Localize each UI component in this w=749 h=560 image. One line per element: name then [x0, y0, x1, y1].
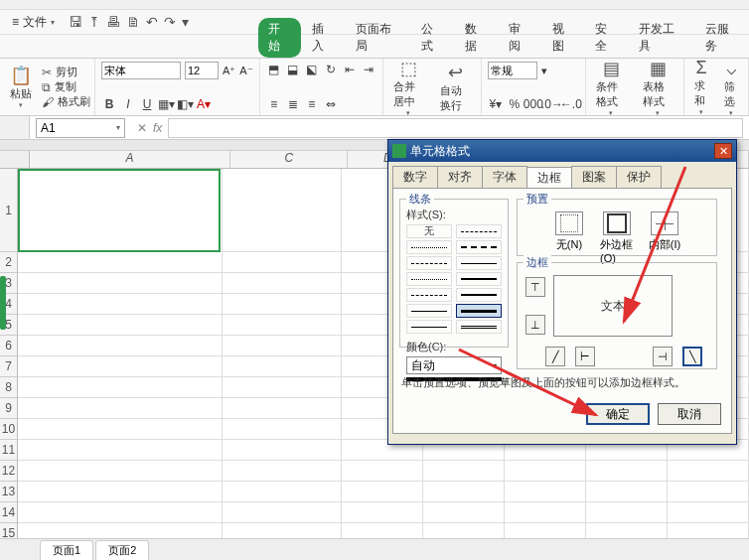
row-header-2[interactable]: 2: [0, 252, 17, 273]
cell[interactable]: [223, 461, 342, 482]
font-size-select[interactable]: [185, 62, 219, 79]
cell[interactable]: [342, 502, 423, 523]
cancel-button[interactable]: 取消: [658, 403, 721, 425]
tab-security[interactable]: 安全: [585, 18, 628, 58]
cell[interactable]: [223, 356, 342, 377]
ok-button[interactable]: 确定: [586, 403, 650, 425]
cut-button[interactable]: ✂剪切: [42, 65, 90, 79]
style-none[interactable]: 无: [406, 224, 452, 238]
preset-outline-button[interactable]: 外边框(O): [600, 211, 634, 264]
row-header-10[interactable]: 10: [0, 419, 17, 440]
fx-icon[interactable]: fx: [153, 121, 162, 135]
cell[interactable]: [223, 294, 342, 315]
style-opt[interactable]: [456, 240, 502, 254]
preset-inside-button[interactable]: 内部(I): [648, 211, 681, 264]
currency-button[interactable]: ¥▾: [488, 96, 504, 112]
border-button[interactable]: ▦▾: [158, 96, 174, 112]
row-header-12[interactable]: 12: [0, 461, 17, 482]
style-opt[interactable]: [406, 304, 452, 318]
dtab-number[interactable]: 数字: [392, 166, 438, 188]
cell[interactable]: [668, 502, 749, 523]
tab-data[interactable]: 数据: [455, 18, 498, 58]
cell[interactable]: [223, 169, 342, 252]
cell[interactable]: [18, 252, 223, 273]
tab-insert[interactable]: 插入: [302, 18, 345, 58]
border-left-button[interactable]: ⊢: [575, 347, 595, 366]
conditional-format-button[interactable]: ▤ 条件格式 ▾: [590, 56, 633, 119]
row-header-13[interactable]: 13: [0, 482, 17, 502]
preset-none-button[interactable]: 无(N): [552, 211, 586, 264]
cell[interactable]: [18, 273, 223, 294]
row-header-14[interactable]: 14: [0, 502, 17, 523]
cell[interactable]: [586, 461, 668, 482]
align-center-button[interactable]: ≣: [285, 96, 301, 112]
style-opt[interactable]: [406, 256, 452, 270]
row-header-6[interactable]: 6: [0, 336, 17, 356]
fill-color-button[interactable]: ◧▾: [177, 96, 193, 112]
cell[interactable]: [223, 419, 342, 440]
cell[interactable]: [18, 440, 223, 461]
preview-icon[interactable]: 🗎: [126, 14, 140, 30]
align-left-button[interactable]: ≡: [266, 96, 282, 112]
cell[interactable]: [668, 461, 749, 482]
border-bottom-button[interactable]: ⊥: [525, 315, 545, 335]
cell[interactable]: [505, 461, 586, 482]
style-opt[interactable]: [456, 288, 502, 302]
paste-button[interactable]: 📋 粘贴 ▾: [4, 63, 38, 111]
format-painter-button[interactable]: 🖌格式刷: [42, 94, 90, 109]
row-header-11[interactable]: 11: [0, 440, 17, 461]
cell[interactable]: [342, 461, 423, 482]
percent-button[interactable]: %: [507, 96, 523, 112]
merge-center-button[interactable]: ⬚ 合并居中 ▾: [387, 56, 430, 119]
cell[interactable]: [423, 482, 505, 502]
style-opt[interactable]: [406, 288, 452, 302]
cell[interactable]: [223, 273, 342, 294]
cell[interactable]: [18, 169, 223, 252]
select-all-corner[interactable]: [0, 151, 30, 168]
comma-button[interactable]: 000: [525, 96, 541, 112]
print-icon[interactable]: 🖶: [106, 14, 120, 30]
align-right-button[interactable]: ≡: [304, 96, 320, 112]
cell[interactable]: [505, 502, 586, 523]
qat-more-icon[interactable]: ▾: [182, 14, 189, 30]
cell[interactable]: [18, 461, 223, 482]
style-opt[interactable]: [406, 240, 452, 254]
cell[interactable]: [18, 294, 223, 315]
increase-font-icon[interactable]: A⁺: [223, 65, 235, 77]
decrease-font-icon[interactable]: A⁻: [239, 65, 252, 77]
filter-button[interactable]: ⌵ 筛选 ▾: [718, 56, 744, 119]
cell[interactable]: [18, 419, 223, 440]
cell[interactable]: [18, 398, 223, 419]
border-right-button[interactable]: ⊣: [653, 347, 673, 366]
italic-button[interactable]: I: [120, 96, 136, 112]
inc-decimal-button[interactable]: .0→: [544, 96, 560, 112]
sheet-tab[interactable]: 页面2: [95, 540, 149, 560]
cell[interactable]: [18, 377, 223, 398]
dtab-protect[interactable]: 保护: [616, 166, 662, 188]
cell[interactable]: [223, 336, 342, 356]
tab-view[interactable]: 视图: [542, 18, 585, 58]
cell[interactable]: [18, 482, 223, 502]
dec-decimal-button[interactable]: ←.0: [563, 96, 579, 112]
cell[interactable]: [342, 482, 423, 502]
indent-inc-button[interactable]: ⇥: [361, 62, 376, 77]
dropdown-icon[interactable]: ▾: [541, 65, 547, 77]
cell[interactable]: [223, 502, 342, 523]
formula-bar[interactable]: [168, 118, 743, 138]
align-top-button[interactable]: ⬒: [266, 62, 282, 77]
col-header-A[interactable]: A: [30, 151, 231, 168]
sheet-tab[interactable]: 页面1: [40, 540, 93, 560]
cell[interactable]: [18, 356, 223, 377]
underline-button[interactable]: U: [139, 96, 155, 112]
undo-icon[interactable]: ↶: [146, 14, 158, 30]
redo-icon[interactable]: ↷: [164, 14, 176, 30]
file-menu[interactable]: ≡ 文件 ▾: [4, 12, 63, 33]
dtab-border[interactable]: 边框: [526, 167, 572, 189]
cell[interactable]: [505, 482, 586, 502]
copy-button[interactable]: ⧉复制: [42, 79, 90, 94]
style-opt-selected[interactable]: [456, 304, 502, 318]
font-color-button[interactable]: A▾: [196, 96, 212, 112]
cell[interactable]: [223, 252, 342, 273]
border-preview[interactable]: 文本: [553, 275, 673, 337]
border-diag2-button[interactable]: ╲: [682, 347, 702, 366]
